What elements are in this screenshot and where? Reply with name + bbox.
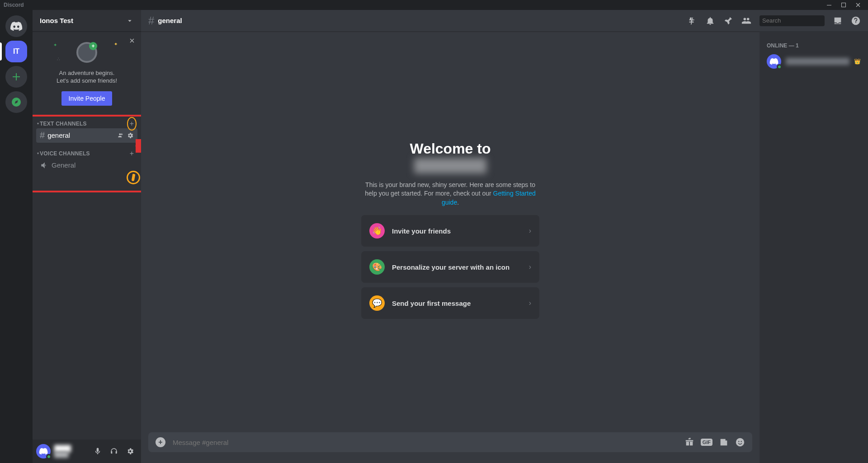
gift-icon[interactable] bbox=[684, 437, 694, 447]
voice-channel-general[interactable]: General bbox=[36, 158, 137, 173]
attach-button[interactable]: + bbox=[156, 437, 165, 447]
server-selection-indicator bbox=[0, 42, 2, 61]
welcome-title: Welcome to bbox=[410, 140, 491, 157]
chevron-down-icon: ▾ bbox=[37, 151, 39, 155]
help-icon[interactable] bbox=[851, 16, 861, 26]
invite-text: An adventure begins. Let's add some frie… bbox=[40, 70, 134, 85]
channel-label: general bbox=[47, 131, 117, 139]
voice-channels-category[interactable]: ▾ VOICE CHANNELS + bbox=[36, 143, 137, 157]
settings-button[interactable] bbox=[123, 444, 137, 458]
search-input[interactable] bbox=[762, 17, 838, 24]
welcome-server-name bbox=[414, 158, 486, 173]
svg-point-4 bbox=[738, 441, 739, 442]
text-channels-category[interactable]: ▾ TEXT CHANNELS + bbox=[36, 113, 137, 127]
server-name: Ionos Test bbox=[40, 17, 126, 24]
status-online-icon bbox=[777, 64, 782, 70]
message-input[interactable] bbox=[173, 439, 677, 446]
annotation-indicator-icon bbox=[127, 171, 140, 184]
emoji-icon[interactable] bbox=[735, 437, 745, 447]
avatar-placeholder-icon: + bbox=[76, 42, 97, 63]
channel-label: General bbox=[52, 161, 134, 169]
hash-icon: # bbox=[148, 14, 154, 27]
welcome-section: Welcome to This is your brand new, shiny… bbox=[141, 32, 760, 432]
pin-icon[interactable] bbox=[723, 16, 733, 26]
welcome-subtitle: This is your brand new, shiny server. He… bbox=[360, 181, 541, 207]
gear-icon[interactable] bbox=[127, 132, 134, 139]
personalize-icon: 🎨 bbox=[369, 259, 385, 275]
invite-icon[interactable] bbox=[117, 132, 124, 139]
hash-icon: # bbox=[40, 130, 45, 140]
window-close-button[interactable] bbox=[852, 0, 864, 9]
invite-card: ✦ ✦ ∴ + An adventure begins. Let's add s… bbox=[33, 32, 141, 113]
add-channel-button[interactable]: + bbox=[130, 150, 134, 158]
member-avatar bbox=[767, 54, 781, 69]
invite-friends-icon: 👋 bbox=[369, 223, 385, 239]
channel-header: # general bbox=[141, 10, 868, 32]
add-server-button[interactable] bbox=[5, 66, 27, 88]
chevron-right-icon: › bbox=[529, 299, 531, 307]
explore-servers-button[interactable] bbox=[5, 91, 27, 113]
action-send-first-message[interactable]: 💬 Send your first message › bbox=[361, 287, 539, 319]
channel-sidebar: Ionos Test ✦ ✦ ∴ + An adventure begins. bbox=[33, 10, 141, 463]
mute-button[interactable] bbox=[90, 444, 105, 458]
server-header[interactable]: Ionos Test bbox=[33, 10, 141, 32]
content-area: # general Wel bbox=[141, 10, 868, 463]
channel-general[interactable]: # general bbox=[36, 128, 137, 143]
speaker-icon bbox=[40, 161, 49, 170]
members-online-header: ONLINE — 1 bbox=[763, 39, 864, 52]
chevron-down-icon: ▾ bbox=[37, 122, 39, 126]
titlebar: Discord bbox=[0, 0, 868, 10]
add-channel-button[interactable]: + bbox=[130, 120, 134, 128]
app-brand: Discord bbox=[4, 2, 24, 8]
user-info[interactable]: ████ ████ bbox=[54, 445, 87, 457]
member-name bbox=[786, 58, 849, 65]
deafen-button[interactable] bbox=[107, 444, 121, 458]
status-online-icon bbox=[46, 454, 52, 459]
svg-rect-1 bbox=[842, 3, 846, 7]
server-rail: IT bbox=[0, 10, 33, 463]
chevron-right-icon: › bbox=[529, 263, 531, 271]
action-invite-friends[interactable]: 👋 Invite your friends › bbox=[361, 215, 539, 247]
home-button[interactable] bbox=[5, 15, 27, 37]
plus-icon: + bbox=[89, 42, 97, 50]
crown-icon: 👑 bbox=[854, 58, 861, 65]
chevron-down-icon bbox=[126, 17, 134, 25]
user-panel: ████ ████ bbox=[33, 440, 141, 463]
channel-title: general bbox=[158, 17, 687, 24]
message-composer[interactable]: + GIF bbox=[148, 432, 752, 452]
invite-people-button[interactable]: Invite People bbox=[61, 91, 113, 106]
svg-rect-0 bbox=[827, 5, 831, 5]
members-list: ONLINE — 1 👑 bbox=[760, 32, 868, 463]
threads-icon[interactable] bbox=[687, 16, 697, 26]
search-box[interactable] bbox=[760, 15, 825, 26]
sticker-icon[interactable] bbox=[719, 437, 729, 447]
bell-icon[interactable] bbox=[705, 16, 715, 26]
chevron-right-icon: › bbox=[529, 227, 531, 235]
channel-list: ▾ TEXT CHANNELS + # general ▾ VOICE CHAN… bbox=[33, 113, 141, 440]
action-personalize-server[interactable]: 🎨 Personalize your server with an icon › bbox=[361, 251, 539, 283]
invite-illustration: ✦ ✦ ∴ + bbox=[40, 39, 134, 66]
svg-point-5 bbox=[741, 441, 742, 442]
gif-button[interactable]: GIF bbox=[701, 439, 712, 446]
server-button[interactable]: IT bbox=[5, 41, 27, 62]
window-maximize-button[interactable] bbox=[837, 0, 850, 9]
user-avatar[interactable] bbox=[36, 444, 51, 458]
message-icon: 💬 bbox=[369, 295, 385, 311]
member-item[interactable]: 👑 bbox=[763, 52, 864, 70]
window-minimize-button[interactable] bbox=[823, 0, 835, 9]
svg-point-3 bbox=[736, 438, 744, 446]
inbox-icon[interactable] bbox=[833, 16, 843, 26]
members-icon[interactable] bbox=[741, 16, 751, 26]
